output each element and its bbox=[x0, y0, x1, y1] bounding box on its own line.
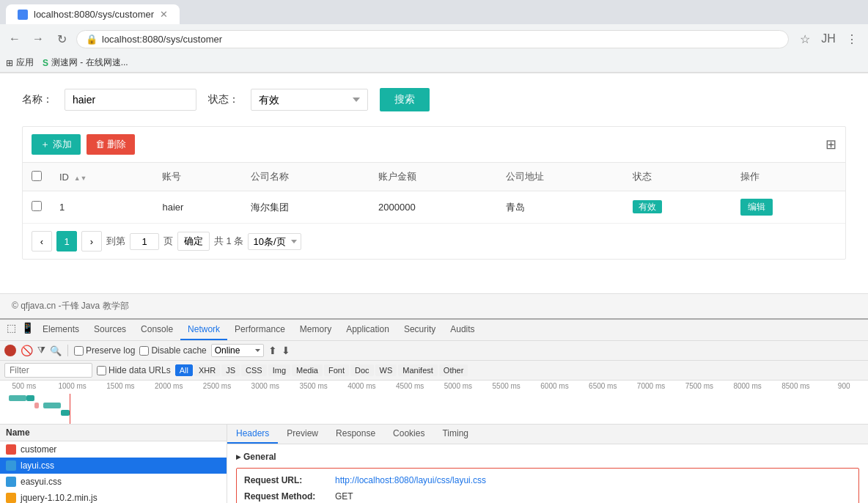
timeline-bar-1 bbox=[9, 395, 26, 401]
delete-button[interactable]: 🗑 删除 bbox=[87, 134, 136, 155]
tab-performance[interactable]: Performance bbox=[227, 320, 293, 340]
tl-3000: 3000 ms bbox=[241, 382, 290, 390]
filter-other[interactable]: Other bbox=[439, 364, 468, 376]
goto-confirm-button[interactable]: 确定 bbox=[177, 232, 210, 251]
prev-page-button[interactable]: ‹ bbox=[32, 231, 52, 252]
filter-js[interactable]: JS bbox=[221, 364, 240, 376]
tl-1000: 1000 ms bbox=[48, 382, 97, 390]
devtools-device-btn[interactable]: 📱 bbox=[19, 320, 35, 336]
forward-button[interactable]: → bbox=[29, 30, 47, 48]
filter-img[interactable]: Img bbox=[268, 364, 290, 376]
disable-cache-label[interactable]: Disable cache bbox=[139, 345, 206, 356]
tab-security[interactable]: Security bbox=[397, 320, 443, 340]
filter-xhr[interactable]: XHR bbox=[194, 364, 220, 376]
list-item-customer[interactable]: customer bbox=[0, 441, 227, 458]
tab-memory[interactable]: Memory bbox=[293, 320, 339, 340]
active-tab[interactable]: localhost:8080/sys/customer ✕ bbox=[6, 4, 180, 24]
status-select[interactable]: 全部 有效 无效 bbox=[251, 89, 368, 111]
hide-data-urls-label[interactable]: Hide data URLs bbox=[97, 365, 171, 375]
tl-500: 500 ms bbox=[0, 382, 48, 390]
import-button[interactable]: ⬆ bbox=[268, 345, 277, 356]
tl-5000: 5000 ms bbox=[434, 382, 482, 390]
tab-favicon bbox=[18, 10, 28, 20]
filter-doc[interactable]: Doc bbox=[350, 364, 374, 376]
record-button[interactable] bbox=[4, 345, 16, 356]
preserve-log-label[interactable]: Preserve log bbox=[74, 345, 135, 356]
tl-5500: 5500 ms bbox=[482, 382, 531, 390]
tab-close-btn[interactable]: ✕ bbox=[160, 9, 168, 20]
filter-ws[interactable]: WS bbox=[375, 364, 397, 376]
row-checkbox[interactable] bbox=[32, 201, 42, 211]
back-button[interactable]: ← bbox=[6, 30, 23, 48]
goto-page-input[interactable] bbox=[130, 233, 159, 250]
filter-all[interactable]: All bbox=[175, 364, 193, 376]
detail-tab-cookies[interactable]: Cookies bbox=[384, 425, 433, 444]
filter-input[interactable] bbox=[4, 363, 92, 378]
filter-manifest[interactable]: Manifest bbox=[398, 364, 438, 376]
page-size-select[interactable]: 10条/页 20条/页 50条/页 bbox=[248, 233, 301, 250]
tab-sources[interactable]: Sources bbox=[87, 320, 133, 340]
tab-network[interactable]: Network bbox=[180, 320, 227, 340]
clear-button[interactable]: 🚫 bbox=[21, 345, 33, 356]
collapse-icon: ▸ bbox=[236, 452, 240, 462]
timeline-bar-4 bbox=[43, 403, 61, 408]
menu-button[interactable]: ⋮ bbox=[842, 29, 862, 49]
detail-tab-response[interactable]: Response bbox=[327, 425, 384, 444]
timeline-bars bbox=[0, 394, 868, 424]
tl-3500: 3500 ms bbox=[290, 382, 338, 390]
detail-tab-headers[interactable]: Headers bbox=[227, 425, 278, 444]
detail-tab-preview[interactable]: Preview bbox=[278, 425, 327, 444]
select-all-checkbox[interactable] bbox=[32, 171, 42, 181]
network-list: Name customer layui.css easyui.css jquer… bbox=[0, 425, 227, 503]
next-page-button[interactable]: › bbox=[81, 231, 102, 252]
tab-audits[interactable]: Audits bbox=[443, 320, 482, 340]
tab-console[interactable]: Console bbox=[133, 320, 180, 340]
filter-font[interactable]: Font bbox=[324, 364, 349, 376]
filter-css[interactable]: CSS bbox=[241, 364, 267, 376]
search-network-button[interactable]: 🔍 bbox=[50, 345, 62, 356]
bookmark-apps[interactable]: ⊞ 应用 bbox=[6, 56, 34, 69]
item-name-customer: customer bbox=[21, 444, 56, 455]
export-button[interactable]: ⬇ bbox=[282, 345, 290, 356]
hide-data-urls-checkbox[interactable] bbox=[97, 366, 106, 375]
request-method-row: Request Method: GET bbox=[244, 489, 851, 503]
preserve-log-checkbox[interactable] bbox=[74, 346, 84, 356]
add-button[interactable]: ＋ 添加 bbox=[32, 134, 81, 155]
network-toolbar: 🚫 ⧩ 🔍 Preserve log Disable cache Online … bbox=[0, 341, 868, 361]
throttle-select[interactable]: Online Slow 3G Fast 3G bbox=[211, 344, 264, 357]
tl-8000: 8000 ms bbox=[724, 382, 772, 390]
bookmark-speedtest[interactable]: S 测速网 - 在线网速... bbox=[43, 56, 128, 69]
table-header-account: 账号 bbox=[153, 163, 242, 191]
name-label: 名称： bbox=[22, 93, 53, 106]
devtools-inspect-btn[interactable]: ⬚ bbox=[3, 320, 19, 336]
tab-application[interactable]: Application bbox=[339, 320, 397, 340]
item-name-layui-css: layui.css bbox=[21, 460, 54, 471]
filter-media[interactable]: Media bbox=[292, 364, 323, 376]
search-button[interactable]: 搜索 bbox=[380, 88, 430, 111]
request-detail: Headers Preview Response Cookies Timing … bbox=[227, 425, 868, 503]
list-item-jquery[interactable]: jquery-1.10.2.min.js bbox=[0, 490, 227, 503]
request-url-row: Request URL: http://localhost:8080/layui… bbox=[244, 473, 851, 489]
timeline-bar-2 bbox=[26, 395, 35, 401]
edit-button[interactable]: 编辑 bbox=[740, 199, 773, 216]
pagination: ‹ 1 › 到第 页 确定 共 1 条 10条/页 20条/页 50条/页 bbox=[23, 224, 845, 259]
tab-elements[interactable]: Elements bbox=[35, 320, 87, 340]
goto-label: 到第 bbox=[106, 235, 125, 248]
detail-tab-timing[interactable]: Timing bbox=[433, 425, 477, 444]
list-item-layui-css[interactable]: layui.css bbox=[0, 458, 227, 474]
page-1-button[interactable]: 1 bbox=[56, 231, 77, 252]
sort-icon-id[interactable]: ▲▼ bbox=[74, 175, 87, 182]
item-name-jquery: jquery-1.10.2.min.js bbox=[21, 493, 98, 503]
address-bar[interactable]: 🔒 bbox=[76, 30, 789, 48]
filter-button[interactable]: ⧩ bbox=[37, 345, 45, 356]
status-badge: 有效 bbox=[633, 200, 662, 213]
refresh-button[interactable]: ↻ bbox=[53, 30, 70, 48]
row-id: 1 bbox=[51, 191, 153, 224]
column-settings-button[interactable]: ⊞ bbox=[825, 136, 836, 153]
star-button[interactable]: ☆ bbox=[795, 29, 815, 49]
name-input[interactable] bbox=[65, 89, 196, 111]
profile-button[interactable]: JH bbox=[818, 29, 839, 49]
disable-cache-checkbox[interactable] bbox=[139, 346, 149, 356]
list-item-easyui-css[interactable]: easyui.css bbox=[0, 474, 227, 490]
url-input[interactable] bbox=[102, 34, 779, 45]
